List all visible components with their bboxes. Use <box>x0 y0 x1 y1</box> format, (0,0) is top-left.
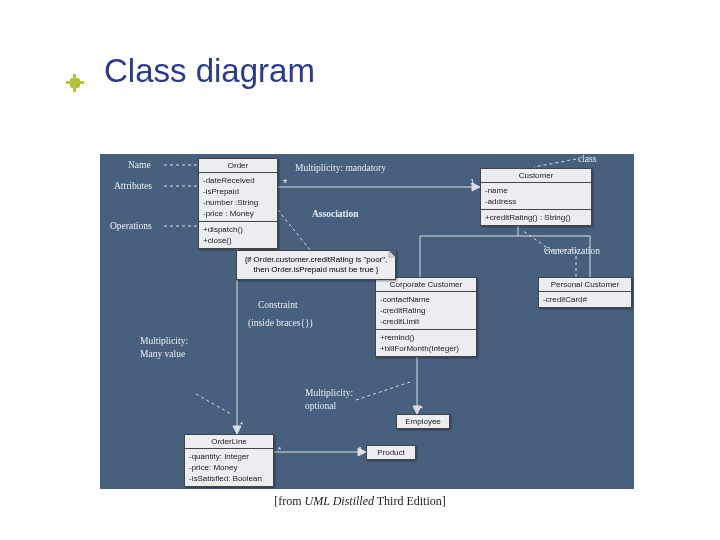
label-mult-opt2: optional <box>305 401 336 411</box>
label-constraint: Constraint <box>258 300 298 310</box>
attr: -dateReceived <box>203 175 273 186</box>
class-orderline-name: OrderLine <box>185 435 273 449</box>
label-class: class <box>578 154 596 164</box>
mult-star-br: * <box>278 445 281 454</box>
op: +billForMonth(Integer) <box>380 343 472 354</box>
op: +creditRating() : String() <box>485 212 587 223</box>
op: +remind() <box>380 332 472 343</box>
label-mult-many2: Many value <box>140 349 185 359</box>
label-mult-mandatory: Multiplicity: mandatory <box>295 163 386 173</box>
caption-book: UML Distilled <box>305 494 374 508</box>
label-mult-many1: Multiplicity: <box>140 336 188 346</box>
caption-suffix: Third Edition] <box>374 494 446 508</box>
slide-caption: [from UML Distilled Third Edition] <box>0 494 720 509</box>
attr: -contactName <box>380 294 472 305</box>
svg-line-19 <box>534 159 576 167</box>
uml-diagram: Name Attributes Operations Multiplicity:… <box>100 154 634 489</box>
mult-star-emp: * <box>420 404 423 413</box>
class-order-name: Order <box>199 159 277 173</box>
attr: -number :String <box>203 197 273 208</box>
caption-prefix: [from <box>274 494 304 508</box>
attr: -quantity: Integer <box>189 451 269 462</box>
class-orderline: OrderLine -quantity: Integer -price: Mon… <box>184 434 274 487</box>
constraint-note: {if Order.customer.creditRating is "poor… <box>236 250 396 280</box>
attr: -name <box>485 185 587 196</box>
label-generalization: Generalization <box>544 246 600 256</box>
attr: -isSatisfied: Boolean <box>189 473 269 484</box>
svg-line-18 <box>356 382 410 400</box>
label-attributes: Attributes <box>114 181 152 191</box>
class-customer: Customer -name -address +creditRating() … <box>480 168 592 226</box>
label-insidebraces: (inside braces{}) <box>248 318 313 328</box>
svg-line-15 <box>196 394 231 414</box>
mult-star-bl: * <box>240 420 243 429</box>
class-employee: Employee <box>396 414 450 429</box>
page-title: Class diagram <box>104 52 315 90</box>
op: +dispatch() <box>203 224 273 235</box>
class-corporate: Corporate Customer -contactName -creditR… <box>375 277 477 357</box>
class-corporate-name: Corporate Customer <box>376 278 476 292</box>
mult-one: 1 <box>470 177 474 186</box>
attr: -address <box>485 196 587 207</box>
class-personal: Personal Customer -creditCard# <box>538 277 632 308</box>
bullet-icon <box>70 78 80 88</box>
attr: -creditCard# <box>543 294 627 305</box>
mult-star: * <box>283 177 287 189</box>
op: +close() <box>203 235 273 246</box>
class-personal-name: Personal Customer <box>539 278 631 292</box>
class-employee-name: Employee <box>397 415 449 428</box>
attr: -isPrepaid <box>203 186 273 197</box>
class-order: Order -dateReceived -isPrepaid -number :… <box>198 158 278 249</box>
label-name: Name <box>128 160 151 170</box>
class-customer-name: Customer <box>481 169 591 183</box>
class-product: Product <box>366 445 416 460</box>
mult-one-prod: 1 <box>358 445 362 454</box>
attr: -price: Money <box>189 462 269 473</box>
label-operations: Operations <box>110 221 152 231</box>
label-association: Association <box>312 209 358 219</box>
attr: -price : Money <box>203 208 273 219</box>
svg-line-10 <box>278 210 310 250</box>
attr: -creditRating <box>380 305 472 316</box>
class-product-name: Product <box>367 446 415 459</box>
attr: -creditLimit <box>380 316 472 327</box>
label-mult-opt1: Multiplicity: <box>305 388 353 398</box>
